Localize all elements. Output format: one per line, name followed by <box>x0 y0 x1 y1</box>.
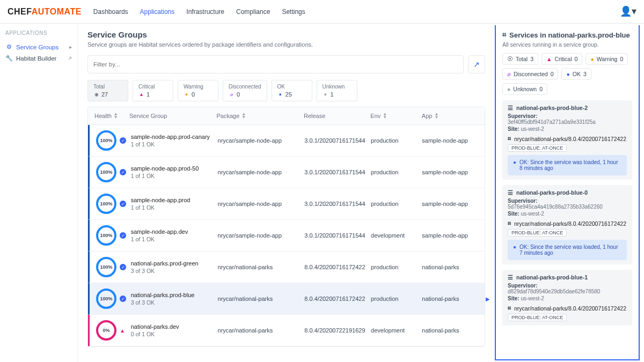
ok-status: ●OK: Since the service was loaded, 1 hou… <box>508 240 627 260</box>
sidebar-item-service-groups[interactable]: ⚙Service Groups▸ <box>5 41 72 53</box>
sidebar-header: APPLICATIONS <box>5 30 72 36</box>
panel-subtitle: All services running in a service group. <box>502 41 632 48</box>
user-menu[interactable]: 👤▾ <box>620 5 636 17</box>
column-package[interactable]: Package▲▼ <box>217 113 304 119</box>
stat-ok[interactable]: OK●25 <box>272 80 312 101</box>
service-tag: PROD-BLUE: AT-ONCE <box>508 144 567 152</box>
share-button[interactable]: ↗ <box>468 55 485 73</box>
main-content: Service Groups Service groups are Habita… <box>78 24 495 362</box>
service-card[interactable]: ☰national-parks-prod-blue-1 Supervisor: … <box>502 270 632 326</box>
services-panel: ⌗Services in national-parks.prod-blue Al… <box>495 25 640 360</box>
sidebar: APPLICATIONS ⚙Service Groups▸🔧Habitat Bu… <box>0 24 78 362</box>
ok-icon: ✓ <box>120 295 126 302</box>
health-donut: 100% <box>96 289 116 309</box>
page-subtitle: Service groups are Habitat services orde… <box>87 41 485 48</box>
ok-icon: ✓ <box>120 232 126 239</box>
stat-disconnected[interactable]: Disconnected⌀0 <box>223 80 267 101</box>
chip-total[interactable]: ⦿Total3 <box>502 53 538 65</box>
stat-total[interactable]: Total◉27 <box>87 80 128 101</box>
sidebar-icon: 🔧 <box>5 55 13 62</box>
service-card[interactable]: ☰national-parks-prod-blue-0 Supervisor: … <box>502 185 632 264</box>
service-tag: PROD-BLUE: AT-ONCE <box>508 314 567 321</box>
health-donut: 0% <box>96 320 116 341</box>
table-row[interactable]: 100%✓ sample-node-app.prod-canary1 of 1 … <box>88 125 485 157</box>
logo: CHEFAUTOMATE <box>8 7 82 17</box>
ok-icon: ✓ <box>120 201 126 207</box>
top-nav: DashboardsApplicationsInfrastructureComp… <box>93 8 305 16</box>
sidebar-item-habitat-builder[interactable]: 🔧Habitat Builder↗ <box>5 53 72 64</box>
table-row[interactable]: 100%✓ national-parks.prod-blue3 of 3 OK … <box>88 283 485 315</box>
table-row[interactable]: 0%▲ national-parks.dev0 of 1 OK nrycar/n… <box>88 315 485 346</box>
nav-compliance[interactable]: Compliance <box>236 8 270 16</box>
stat-warning[interactable]: Warning●0 <box>178 80 218 101</box>
chip-disconnected[interactable]: ⌀Disconnected0 <box>502 68 558 80</box>
service-card[interactable]: ☰national-parks-prod-blue-2 Supervisor: … <box>502 100 632 180</box>
critical-icon: ▲ <box>120 328 125 334</box>
ok-icon: ✓ <box>120 169 126 175</box>
column-service-group[interactable]: Service Group <box>129 113 217 119</box>
stat-critical[interactable]: Critical▲1 <box>133 80 173 101</box>
health-donut: 100% <box>96 194 116 214</box>
nav-settings[interactable]: Settings <box>282 8 305 16</box>
ok-icon: ✓ <box>120 137 126 144</box>
health-donut: 100% <box>96 225 116 246</box>
sidebar-icon: ⚙ <box>5 43 13 50</box>
service-groups-table: Health▲▼Service GroupPackage▲▼ReleaseEnv… <box>87 107 485 347</box>
column-health[interactable]: Health▲▼ <box>94 113 129 119</box>
service-tag: PROD-BLUE: AT-ONCE <box>508 229 567 237</box>
chip-unknown[interactable]: ●Unknown0 <box>502 83 547 95</box>
stat-unknown[interactable]: Unknown●1 <box>317 80 357 101</box>
health-donut: 100% <box>96 257 116 277</box>
chip-ok[interactable]: ●OK3 <box>561 68 591 80</box>
table-row[interactable]: 100%✓ national-parks.prod-green3 of 3 OK… <box>88 252 485 283</box>
ok-status: ●OK: Since the service was loaded, 1 hou… <box>508 155 627 175</box>
chip-critical[interactable]: ▲Critical0 <box>541 53 582 65</box>
nav-applications[interactable]: Applications <box>140 8 175 16</box>
table-row[interactable]: 100%✓ sample-node-app.dev1 of 1 OK nryca… <box>88 220 485 252</box>
ok-icon: ✓ <box>120 264 126 270</box>
filter-input[interactable] <box>87 55 464 73</box>
table-row[interactable]: 100%✓ sample-node-app.prod-501 of 1 OK n… <box>88 157 485 188</box>
column-release[interactable]: Release <box>304 113 370 119</box>
nav-dashboards[interactable]: Dashboards <box>93 8 128 16</box>
nav-infrastructure[interactable]: Infrastructure <box>186 8 224 16</box>
health-donut: 100% <box>96 162 116 182</box>
chip-warning[interactable]: ●Warning0 <box>586 53 628 65</box>
list-icon: ☰ <box>508 274 513 280</box>
list-icon: ☰ <box>508 105 513 111</box>
panel-title: ⌗Services in national-parks.prod-blue <box>502 31 632 39</box>
column-app[interactable]: App▲▼ <box>422 113 478 119</box>
page-title: Service Groups <box>87 30 485 39</box>
table-row[interactable]: 100%✓ sample-node-app.prod1 of 1 OK nryc… <box>88 188 485 220</box>
list-icon: ☰ <box>508 189 513 196</box>
column-env[interactable]: Env▲▼ <box>370 113 422 119</box>
health-donut: 100% <box>96 130 116 151</box>
chevron-right-icon: ▶ <box>486 296 490 302</box>
